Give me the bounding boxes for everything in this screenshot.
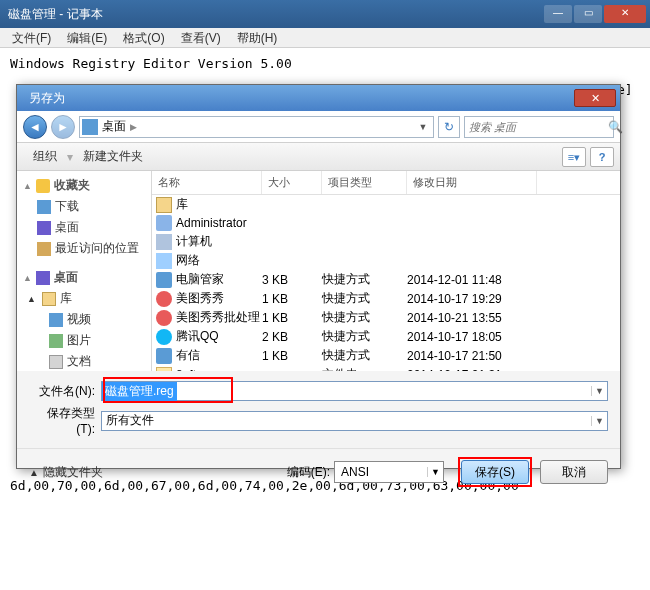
search-icon: 🔍: [608, 120, 623, 134]
file-icon: [156, 291, 172, 307]
encoding-value: ANSI: [335, 465, 427, 479]
desktop-icon: [36, 271, 50, 285]
filetype-value: 所有文件: [102, 412, 154, 429]
save-as-dialog: 另存为 ✕ ◄ ► 桌面 ▶ ▼ ↻ 🔍 组织 ▾ 新建文件夹 ≡▾ ? ▲收藏…: [16, 84, 621, 469]
breadcrumb-dropdown[interactable]: ▼: [415, 122, 431, 132]
file-row[interactable]: 美图秀秀1 KB快捷方式2014-10-17 19:29: [152, 289, 620, 308]
hide-folders-toggle[interactable]: ▲ 隐藏文件夹: [29, 464, 103, 481]
menu-edit[interactable]: 编辑(E): [59, 28, 115, 47]
file-row[interactable]: 计算机: [152, 232, 620, 251]
refresh-button[interactable]: ↻: [438, 116, 460, 138]
notepad-titlebar[interactable]: 磁盘管理 - 记事本 — ▭ ✕: [0, 0, 650, 28]
chevron-down-icon[interactable]: ▼: [591, 386, 607, 396]
search-input[interactable]: [465, 121, 608, 133]
file-date: 2014-10-17 21:31: [407, 368, 537, 372]
encoding-label: 编码(E):: [287, 464, 334, 481]
filetype-combo[interactable]: 所有文件 ▼: [101, 411, 608, 431]
chevron-down-icon[interactable]: ▼: [427, 467, 443, 477]
nav-forward-button[interactable]: ►: [51, 115, 75, 139]
file-row[interactable]: 有信1 KB快捷方式2014-10-17 21:50: [152, 346, 620, 365]
save-button[interactable]: 保存(S): [461, 460, 529, 484]
file-name: 网络: [176, 252, 200, 269]
picture-icon: [49, 334, 63, 348]
file-size: 1 KB: [262, 349, 322, 363]
minimize-button[interactable]: —: [544, 5, 572, 23]
file-size: 2 KB: [262, 330, 322, 344]
desktop-icon: [37, 221, 51, 235]
filetype-label: 保存类型(T):: [29, 405, 101, 436]
cancel-button[interactable]: 取消: [540, 460, 608, 484]
column-type[interactable]: 项目类型: [322, 171, 407, 194]
help-button[interactable]: ?: [590, 147, 614, 167]
maximize-button[interactable]: ▭: [574, 5, 602, 23]
notepad-title: 磁盘管理 - 记事本: [4, 6, 542, 23]
file-row[interactable]: 腾讯QQ2 KB快捷方式2014-10-17 18:05: [152, 327, 620, 346]
sidebar-item-documents[interactable]: 文档: [23, 351, 145, 371]
content-line: Windows Registry Editor Version 5.00: [10, 54, 640, 74]
nav-back-button[interactable]: ◄: [23, 115, 47, 139]
file-type: 快捷方式: [322, 290, 407, 307]
file-type: 快捷方式: [322, 347, 407, 364]
toolbar: 组织 ▾ 新建文件夹 ≡▾ ?: [17, 143, 620, 171]
sidebar-item-videos[interactable]: 视频: [23, 309, 145, 330]
menu-file[interactable]: 文件(F): [4, 28, 59, 47]
column-date[interactable]: 修改日期: [407, 171, 537, 194]
sidebar-item-recent[interactable]: 最近访问的位置: [23, 238, 145, 259]
file-row[interactable]: Administrator: [152, 214, 620, 232]
menu-view[interactable]: 查看(V): [173, 28, 229, 47]
file-row[interactable]: 8uftp文件夹2014-10-17 21:31: [152, 365, 620, 371]
sidebar-desktop-header[interactable]: ▲桌面: [23, 267, 145, 288]
dialog-inputs: 文件名(N): 磁盘管理.reg ▼ 保存类型(T): 所有文件 ▼: [17, 371, 620, 446]
library-icon: [42, 292, 56, 306]
file-row[interactable]: 电脑管家3 KB快捷方式2014-12-01 11:48: [152, 270, 620, 289]
file-date: 2014-10-17 18:05: [407, 330, 537, 344]
organize-button[interactable]: 组织: [23, 146, 67, 167]
encoding-combo[interactable]: ANSI ▼: [334, 461, 444, 483]
breadcrumb[interactable]: 桌面 ▶ ▼: [79, 116, 434, 138]
file-date: 2014-12-01 11:48: [407, 273, 537, 287]
new-folder-button[interactable]: 新建文件夹: [73, 146, 153, 167]
file-type: 快捷方式: [322, 328, 407, 345]
view-options-button[interactable]: ≡▾: [562, 147, 586, 167]
dialog-close-button[interactable]: ✕: [574, 89, 616, 107]
file-icon: [156, 253, 172, 269]
sidebar-item-libraries[interactable]: ▲库: [23, 288, 145, 309]
download-icon: [37, 200, 51, 214]
sidebar-item-downloads[interactable]: 下载: [23, 196, 145, 217]
filename-input[interactable]: 磁盘管理.reg: [102, 382, 177, 401]
file-type: 快捷方式: [322, 309, 407, 326]
file-row[interactable]: 库: [152, 195, 620, 214]
chevron-up-icon: ▲: [29, 467, 39, 478]
file-name: 8uftp: [176, 368, 203, 372]
file-row[interactable]: 美图秀秀批处理1 KB快捷方式2014-10-21 13:55: [152, 308, 620, 327]
star-icon: [36, 179, 50, 193]
file-list[interactable]: 名称 大小 项目类型 修改日期 库Administrator计算机网络电脑管家3…: [152, 171, 620, 371]
sidebar-item-desktop[interactable]: 桌面: [23, 217, 145, 238]
dialog-titlebar[interactable]: 另存为 ✕: [17, 85, 620, 111]
sidebar: ▲收藏夹 下载 桌面 最近访问的位置 ▲桌面 ▲库 视频 图片 文档: [17, 171, 152, 371]
menu-help[interactable]: 帮助(H): [229, 28, 286, 47]
chevron-down-icon[interactable]: ▼: [591, 416, 607, 426]
sidebar-item-pictures[interactable]: 图片: [23, 330, 145, 351]
filename-combo[interactable]: 磁盘管理.reg ▼: [101, 381, 608, 401]
file-name: 计算机: [176, 233, 212, 250]
chevron-right-icon[interactable]: ▶: [130, 122, 137, 132]
file-row[interactable]: 网络: [152, 251, 620, 270]
column-name[interactable]: 名称: [152, 171, 262, 194]
file-icon: [156, 367, 172, 372]
file-date: 2014-10-21 13:55: [407, 311, 537, 325]
file-icon: [156, 348, 172, 364]
video-icon: [49, 313, 63, 327]
filename-label: 文件名(N):: [29, 383, 101, 400]
file-date: 2014-10-17 19:29: [407, 292, 537, 306]
column-size[interactable]: 大小: [262, 171, 322, 194]
menu-format[interactable]: 格式(O): [115, 28, 172, 47]
breadcrumb-location[interactable]: 桌面: [102, 118, 126, 135]
search-box[interactable]: 🔍: [464, 116, 614, 138]
file-name: 美图秀秀: [176, 290, 224, 307]
file-size: 1 KB: [262, 311, 322, 325]
file-icon: [156, 215, 172, 231]
close-button[interactable]: ✕: [604, 5, 646, 23]
file-icon: [156, 329, 172, 345]
sidebar-favorites-header[interactable]: ▲收藏夹: [23, 175, 145, 196]
